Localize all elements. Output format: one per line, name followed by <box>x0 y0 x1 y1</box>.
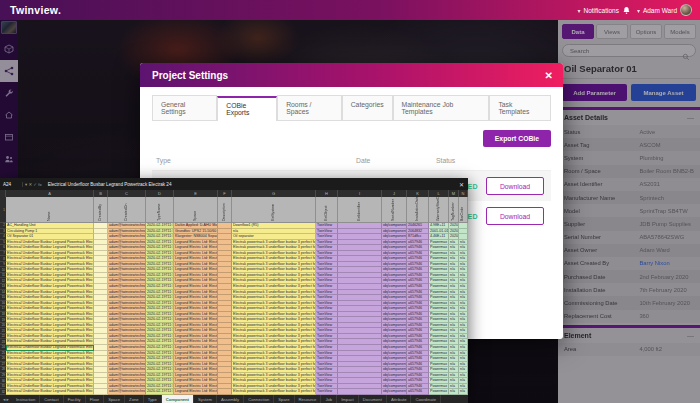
column-letter-J[interactable]: J <box>382 190 407 197</box>
user-menu[interactable]: ▾ Adam Ward <box>637 4 692 16</box>
header-label: CreatedOn <box>125 197 129 222</box>
tab-categories[interactable]: Categories <box>342 95 393 120</box>
column-letter-M[interactable]: M <box>449 190 459 197</box>
formula-bar-icons: ▾ ✕ ✓ fx <box>22 182 44 187</box>
header-cell-extidentifier[interactable]: ExtIdentifier <box>338 197 382 223</box>
modal-tabs: General SettingsCOBie ExportsRooms / Spa… <box>152 95 551 121</box>
app-logo: Twinview. <box>0 4 61 16</box>
sheet-tab-assembly[interactable]: Assembly <box>217 395 244 403</box>
sheet-tab-job[interactable]: Job <box>321 395 337 403</box>
sheet-tab-component[interactable]: Component <box>162 395 194 403</box>
exports-table-header: Type Date Status <box>152 151 551 171</box>
header-label: CreatedBy <box>99 197 103 222</box>
close-icon[interactable]: ✕ <box>545 70 563 81</box>
column-letter-F[interactable]: F <box>218 190 232 197</box>
header-label: TypeName <box>158 197 162 222</box>
formula-text[interactable]: Electrical Underfloor Busbar Legrand Pow… <box>44 182 455 187</box>
user-avatar <box>680 4 692 16</box>
column-letter-E[interactable]: E <box>174 190 218 197</box>
notifications-label: Notifications <box>584 7 619 14</box>
column-type: Type <box>152 157 352 164</box>
cell-reference[interactable]: A24 <box>0 182 22 187</box>
column-letter-L[interactable]: L <box>429 190 449 197</box>
sheet-tab-document[interactable]: Document <box>359 395 387 403</box>
download-button[interactable]: Download <box>486 207 544 225</box>
header-cell-tagnumber[interactable]: TagNumber <box>449 197 459 223</box>
sheet-tabs: ◂ ▸InstructionContactFacilityFloorSpaceZ… <box>0 395 468 403</box>
user-name: Adam Ward <box>643 7 677 14</box>
chevron-down-icon: ▾ <box>637 7 640 14</box>
header-cell-warrantystartdate[interactable]: WarrantyStartDate <box>429 197 449 223</box>
header-cell-extsystem[interactable]: ExtSystem <box>232 197 316 223</box>
close-icon[interactable]: ✕ <box>455 181 468 188</box>
header-cell-extobject[interactable]: ExtObject <box>316 197 338 223</box>
tab-task-templates[interactable]: Task Templates <box>489 95 551 120</box>
header-cell-typename[interactable]: TypeName <box>146 197 174 223</box>
export-cobie-button[interactable]: Export COBie <box>483 130 551 147</box>
column-letter-A[interactable]: A <box>6 190 94 197</box>
header-cell-name[interactable]: Name <box>6 197 94 223</box>
header-cell-barcode[interactable]: BarCode <box>459 197 468 223</box>
tab-maintenance-job-templates[interactable]: Maintenance Job Templates <box>393 95 490 120</box>
modal-header: Project Settings ✕ <box>140 63 563 87</box>
tab-general-settings[interactable]: General Settings <box>152 95 217 120</box>
header-label: ExtIdentifier <box>358 197 362 222</box>
sheet-tab-connection[interactable]: Connection <box>244 395 274 403</box>
chevron-down-icon: ▾ <box>577 7 580 14</box>
sheet-tab-zone[interactable]: Zone <box>125 395 144 403</box>
modal-title: Project Settings <box>140 70 228 81</box>
header-cell-space[interactable]: Space <box>174 197 218 223</box>
column-letter-N[interactable]: N <box>459 190 468 197</box>
header-label: Description <box>223 197 227 222</box>
sheet-tab-type[interactable]: Type <box>144 395 162 403</box>
header-cell-serialnumber[interactable]: SerialNumber <box>382 197 407 223</box>
header-label: InstallationDate <box>416 197 420 222</box>
top-bar: Twinview. ▾ Notifications ▾ Adam Ward <box>0 0 700 20</box>
sheet-tab-instruction[interactable]: Instruction <box>12 395 40 403</box>
sheet-tab-spare[interactable]: Spare <box>274 395 294 403</box>
sheet-tab-impact[interactable]: Impact <box>337 395 359 403</box>
sheet-header-row: 1NameCreatedByCreatedOnTypeNameSpaceDesc… <box>0 197 468 223</box>
header-label: SerialNumber <box>392 197 396 222</box>
header-label: WarrantyStartDate <box>437 197 441 222</box>
download-button[interactable]: Download <box>486 177 544 195</box>
column-letter-D[interactable]: D <box>146 190 174 197</box>
column-date: Date <box>352 157 432 164</box>
sheet-tab-scroll-arrows[interactable]: ◂ ▸ <box>0 395 12 403</box>
column-letter-G[interactable]: G <box>232 190 316 197</box>
header-label: BarCode <box>461 197 465 222</box>
bell-icon <box>622 6 631 15</box>
tab-cobie-exports[interactable]: COBie Exports <box>217 96 277 121</box>
header-label: Name <box>48 197 52 222</box>
formula-bar: A24 ▾ ✕ ✓ fx Electrical Underfloor Busba… <box>0 178 468 190</box>
column-letter-H[interactable]: H <box>316 190 338 197</box>
header-label: Space <box>194 197 198 222</box>
column-letter-C[interactable]: C <box>108 190 146 197</box>
cobie-spreadsheet-window: A24 ▾ ✕ ✓ fx Electrical Underfloor Busba… <box>0 178 468 403</box>
header-label: ExtSystem <box>272 197 276 222</box>
sheet-tab-resource[interactable]: Resource <box>295 395 322 403</box>
tab-rooms-spaces[interactable]: Rooms / Spaces <box>277 95 342 120</box>
sheet-tab-contact[interactable]: Contact <box>40 395 63 403</box>
column-letter-K[interactable]: K <box>407 190 429 197</box>
sheet-tab-facility[interactable]: Facility <box>64 395 86 403</box>
header-cell-createdon[interactable]: CreatedOn <box>108 197 146 223</box>
column-letter-B[interactable]: B <box>94 190 108 197</box>
header-label: ExtObject <box>325 197 329 222</box>
header-cell-description[interactable]: Description <box>218 197 232 223</box>
sheet-tab-attribute[interactable]: Attribute <box>387 395 412 403</box>
column-status: Status <box>432 157 486 164</box>
column-headers: ABCDEFGHIJKLMN <box>0 190 468 197</box>
sheet-tab-coordinate[interactable]: Coordinate <box>411 395 441 403</box>
notifications-menu[interactable]: ▾ Notifications <box>577 6 630 15</box>
sheet-tab-system[interactable]: System <box>194 395 217 403</box>
sheet-tab-floor[interactable]: Floor <box>86 395 105 403</box>
app-root: DataViewsOptionsModels Oil Separator 01 … <box>0 0 700 403</box>
spreadsheet-grid: 1NameCreatedByCreatedOnTypeNameSpaceDesc… <box>0 197 468 395</box>
sheet-tab-space[interactable]: Space <box>104 395 125 403</box>
header-cell-createdby[interactable]: CreatedBy <box>94 197 108 223</box>
column-letter-I[interactable]: I <box>338 190 382 197</box>
header-cell-installationdate[interactable]: InstallationDate <box>407 197 429 223</box>
header-label: TagNumber <box>452 197 456 222</box>
